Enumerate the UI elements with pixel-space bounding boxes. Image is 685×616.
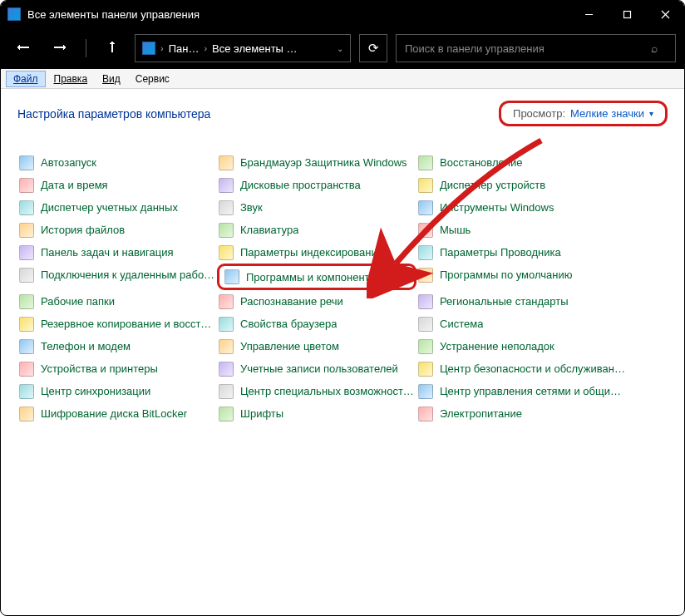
control-panel-icon [7,7,21,21]
nav-up-button[interactable]: 🠕 [98,34,126,62]
control-panel-item[interactable]: Мышь [416,219,633,241]
control-panel-item[interactable]: Восстановление [416,151,633,174]
item-label: Звук [240,201,263,214]
item-label: Восстановление [440,156,522,169]
control-panel-item[interactable]: Дата и время [17,174,217,196]
chevron-right-icon: › [204,43,207,53]
menu-service[interactable]: Сервис [129,71,176,86]
item-label: Параметры индексирования [240,246,383,259]
control-panel-item[interactable]: Управление цветом [217,335,416,357]
control-panel-item[interactable]: Параметры Проводника [416,241,633,264]
item-icon [19,155,34,170]
chevron-down-icon: ▾ [649,109,653,118]
refresh-button[interactable]: ⟳ [359,34,387,62]
view-mode-dropdown[interactable]: Просмотр: Мелкие значки ▾ [499,101,668,126]
item-icon [19,362,34,377]
item-icon [19,200,34,215]
control-panel-item[interactable]: Брандмауэр Защитника Windows [217,151,416,174]
item-icon [219,317,234,332]
item-icon [219,245,234,260]
item-label: Распознавание речи [240,295,343,308]
control-panel-item[interactable]: Центр управления сетями и общи… [416,380,633,402]
control-panel-item[interactable]: Программы по умолчанию [416,264,633,286]
breadcrumb-seg[interactable]: Пан… [169,42,200,55]
control-panel-item[interactable]: Параметры индексирования [217,241,416,264]
control-panel-item[interactable]: Учетные записи пользователей [217,357,416,380]
control-panel-item[interactable]: Подключения к удаленным рабоч… [17,264,217,286]
item-label: Инструменты Windows [440,201,554,214]
item-label: Резервное копирование и восстан… [41,318,215,330]
item-label: Подключения к удаленным рабоч… [41,269,215,281]
navigation-bar: 🠔 🠖 🠕 › Пан… › Все элементы … ⌄ ⟳ ⌕ [1,27,684,69]
control-panel-item[interactable]: Дисковые пространства [217,174,416,196]
item-label: Центр управления сетями и общи… [440,385,621,397]
item-label: Региональные стандарты [440,295,568,308]
item-label: Программы и компоненты [246,271,377,283]
control-panel-item[interactable]: Диспетчер устройств [416,174,633,196]
item-label: Устройства и принтеры [41,362,158,375]
item-icon [418,384,433,399]
control-panel-item[interactable]: История файлов [17,219,217,241]
breadcrumb-seg[interactable]: Все элементы … [212,42,297,55]
item-label: Клавиатура [240,224,298,236]
control-panel-item[interactable]: Распознавание речи [217,290,416,313]
item-label: Диспетчер учетных данных [41,201,178,214]
item-icon [418,407,433,421]
maximize-button[interactable] [608,1,646,27]
control-panel-item[interactable]: Панель задач и навигация [17,241,217,264]
search-input[interactable] [405,42,642,55]
item-icon [219,294,234,309]
close-button[interactable] [646,1,684,27]
chevron-down-icon[interactable]: ⌄ [337,44,343,53]
control-panel-item[interactable]: Инструменты Windows [416,196,633,219]
control-panel-item[interactable]: Программы и компоненты [217,264,416,290]
search-box[interactable]: ⌕ [396,34,676,62]
item-icon [19,268,34,283]
item-label: История файлов [41,224,125,236]
control-panel-item[interactable]: Электропитание [416,402,633,425]
menu-edit[interactable]: Правка [47,71,95,86]
search-icon[interactable]: ⌕ [642,42,667,55]
control-panel-item[interactable]: Устранение неполадок [416,335,633,357]
item-icon [418,268,433,283]
control-panel-item[interactable]: Центр синхронизации [17,380,217,402]
control-panel-item[interactable]: Звук [217,196,416,219]
item-label: Устранение неполадок [440,340,554,352]
control-panel-item[interactable]: Рабочие папки [17,290,217,313]
item-label: Мышь [440,224,471,236]
control-panel-item[interactable]: Шифрование диска BitLocker [17,402,217,425]
menu-view[interactable]: Вид [96,71,127,86]
item-label: Панель задач и навигация [41,246,174,259]
control-panel-item[interactable]: Клавиатура [217,219,416,241]
item-icon [19,317,34,332]
item-icon [219,155,234,170]
control-panel-item[interactable]: Автозапуск [17,151,217,174]
control-panel-item[interactable]: Система [416,313,633,335]
control-panel-item[interactable]: Региональные стандарты [416,290,633,313]
minimize-button[interactable] [569,1,608,27]
control-panel-item[interactable]: Резервное копирование и восстан… [17,313,217,335]
control-panel-item[interactable]: Диспетчер учетных данных [17,196,217,219]
breadcrumb[interactable]: › Пан… › Все элементы … ⌄ [135,34,351,62]
item-icon [219,178,234,193]
item-label: Дата и время [41,179,108,191]
control-panel-item[interactable]: Устройства и принтеры [17,357,217,380]
item-icon [219,362,234,377]
control-panel-item[interactable]: Свойства браузера [217,313,416,335]
item-label: Программы по умолчанию [440,269,572,281]
item-label: Диспетчер устройств [440,179,545,191]
menu-file[interactable]: Файл [6,71,46,87]
control-panel-item[interactable]: Шрифты [217,402,416,425]
control-panel-item[interactable]: Центр специальных возможностей [217,380,416,402]
nav-forward-button[interactable]: 🠖 [46,34,74,62]
nav-back-button[interactable]: 🠔 [9,34,37,62]
item-icon [418,178,433,193]
control-panel-item[interactable]: Центр безопасности и обслуживан… [416,357,633,380]
items-grid: АвтозапускБрандмауэр Защитника WindowsВо… [17,151,669,425]
item-label: Центр синхронизации [41,385,150,397]
item-label: Дисковые пространства [240,179,361,191]
control-panel-item[interactable]: Телефон и модем [17,335,217,357]
item-label: Автозапуск [41,156,96,169]
item-label: Шифрование диска BitLocker [41,407,187,420]
item-icon [219,339,234,354]
